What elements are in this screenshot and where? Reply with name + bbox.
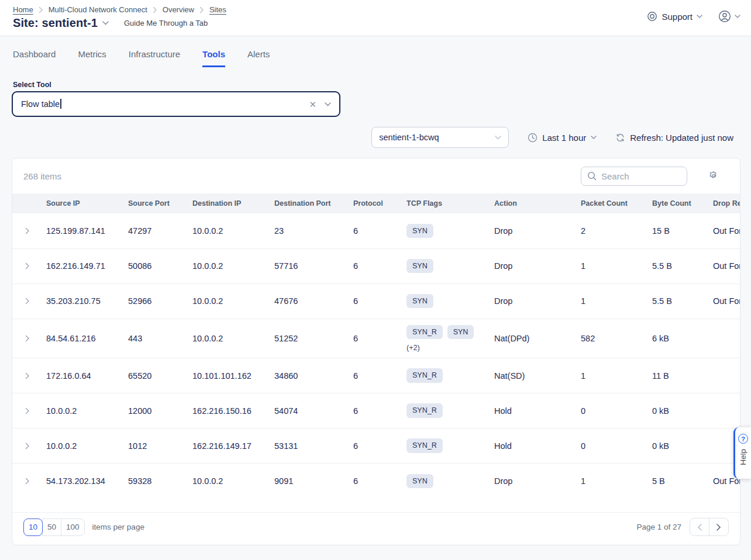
cell-destination-port: 34860: [274, 358, 353, 393]
row-expand-icon[interactable]: [12, 407, 43, 414]
card-toolbar: 268 items: [12, 158, 740, 193]
cell-byte-count: 0 kB: [652, 428, 713, 464]
cell-protocol: 6: [353, 248, 406, 284]
avatar-icon: [718, 9, 732, 23]
column-header-packet-count: Packet Count: [581, 193, 652, 213]
chevron-left-icon: [697, 524, 702, 531]
row-expand-icon[interactable]: [12, 372, 43, 379]
cell-source-port: 47297: [128, 213, 192, 248]
row-expand-icon[interactable]: [12, 443, 43, 450]
text-caret: [60, 99, 61, 109]
cell-drop-reason: [713, 393, 740, 428]
cell-source-port: 443: [128, 319, 192, 358]
tcp-flag-badge: SYN: [406, 224, 433, 238]
cell-source-port: 52966: [128, 284, 192, 319]
cell-destination-ip: 10.0.0.2: [192, 213, 274, 248]
cell-packet-count: 1: [581, 464, 652, 499]
refresh-button[interactable]: Refresh: Updated just now: [615, 133, 733, 143]
help-tab[interactable]: ? Help: [733, 427, 751, 479]
cell-packet-count: 2: [581, 213, 652, 248]
page-size-100[interactable]: 100: [61, 518, 85, 536]
chevron-down-icon: [591, 136, 597, 139]
header-right: Support: [647, 9, 740, 23]
chevron-down-icon[interactable]: [325, 102, 331, 106]
search-input[interactable]: [601, 171, 671, 181]
account-menu[interactable]: [718, 9, 740, 23]
cell-protocol: 6: [353, 428, 406, 464]
breadcrumb-item-home[interactable]: Home: [13, 5, 33, 14]
guide-me-link[interactable]: Guide Me Through a Tab: [124, 19, 208, 27]
cell-protocol: 6: [353, 319, 406, 358]
chevron-down-icon: [697, 15, 702, 18]
cell-source-ip: 162.216.149.71: [46, 248, 128, 284]
cell-protocol: 6: [353, 464, 406, 499]
table-row: 172.16.0.646552010.101.101.162348606SYN_…: [12, 358, 740, 393]
support-menu[interactable]: Support: [647, 11, 702, 22]
help-label: Help: [739, 449, 747, 465]
tcp-flags-badges: SYN: [406, 474, 487, 489]
select-tool-combobox[interactable]: Flow table ✕: [12, 91, 340, 117]
instance-select[interactable]: sentient-1-bcwq: [371, 127, 509, 148]
cell-source-port: 1012: [128, 428, 192, 464]
cell-action: Hold: [494, 393, 581, 428]
page-size-10[interactable]: 10: [23, 518, 43, 536]
table-row: 162.216.149.715008610.0.0.2577166SYNDrop…: [12, 248, 740, 284]
chevron-right-icon: [25, 478, 30, 485]
tab-tools[interactable]: Tools: [202, 49, 225, 67]
refresh-icon: [615, 133, 625, 143]
cell-action: Nat(SD): [494, 358, 581, 393]
breadcrumb-separator-icon: [153, 6, 157, 13]
tab-infrastructure[interactable]: Infrastructure: [129, 49, 180, 67]
breadcrumb-item-multi-cloud-network-connect: Multi-Cloud Network Connect: [49, 5, 147, 14]
previous-page-button[interactable]: [690, 518, 709, 536]
clear-icon[interactable]: ✕: [309, 100, 316, 109]
tcp-flag-badge: SYN_R: [406, 368, 443, 383]
expander-cell: [12, 284, 46, 319]
tcp-flag-badge: SYN_R: [406, 438, 443, 453]
cell-byte-count: 5 B: [652, 464, 713, 499]
cell-byte-count: 0 kB: [652, 393, 713, 428]
cell-packet-count: 582: [581, 319, 652, 358]
expander-cell: [12, 248, 46, 284]
chevron-right-icon: [25, 335, 30, 342]
row-expand-icon[interactable]: [12, 262, 43, 269]
row-expand-icon[interactable]: [12, 298, 43, 305]
select-tool-value: Flow table: [21, 99, 60, 109]
row-expand-icon[interactable]: [12, 227, 43, 234]
cell-destination-port: 53131: [274, 428, 353, 464]
chevron-right-icon: [153, 6, 157, 13]
cell-source-ip: 54.173.202.134: [46, 464, 128, 499]
time-range-select[interactable]: Last 1 hour: [528, 133, 597, 143]
tab-metrics[interactable]: Metrics: [78, 49, 106, 67]
cell-byte-count: 5.5 B: [652, 248, 713, 284]
cell-drop-reason: Out For: [713, 284, 740, 319]
site-switcher-chevron-down-icon[interactable]: [102, 21, 109, 25]
cell-action: Nat(DPd): [494, 319, 581, 358]
table-settings-button[interactable]: [708, 171, 719, 181]
chevron-down-icon: [735, 15, 740, 18]
title-row: Site: sentient-1 Guide Me Through a Tab: [13, 16, 208, 30]
cell-destination-ip: 162.216.150.16: [192, 393, 274, 428]
cell-tcp-flags: SYN_R: [406, 393, 494, 428]
flow-table: Source IPSource PortDestination IPDestin…: [12, 193, 740, 512]
tcp-flags-badges: SYN: [406, 224, 487, 238]
chevron-right-icon: [25, 298, 30, 305]
cell-destination-ip: 10.0.0.2: [192, 464, 274, 499]
cell-tcp-flags: SYN_R: [406, 358, 494, 393]
tcp-flag-badge: SYN: [406, 294, 433, 309]
row-expand-icon[interactable]: [12, 478, 43, 485]
cell-action: Drop: [494, 464, 581, 499]
cell-destination-port: 9091: [274, 464, 353, 499]
tab-alerts[interactable]: Alerts: [247, 49, 270, 67]
table-row: 84.54.61.21644310.0.0.2512526SYN_RSYN(+2…: [12, 319, 740, 358]
row-expand-icon[interactable]: [12, 335, 43, 342]
cell-tcp-flags: SYN_RSYN(+2): [406, 319, 494, 358]
tcp-flag-badge: SYN_R: [406, 403, 443, 418]
cell-byte-count: 11 B: [652, 358, 713, 393]
page-size-50[interactable]: 50: [42, 518, 61, 536]
next-page-button[interactable]: [709, 518, 729, 536]
table-header-row: Source IPSource PortDestination IPDestin…: [12, 193, 740, 213]
breadcrumb-item-sites[interactable]: Sites: [209, 5, 226, 14]
tab-dashboard[interactable]: Dashboard: [13, 49, 56, 67]
cell-destination-port: 23: [274, 213, 353, 248]
